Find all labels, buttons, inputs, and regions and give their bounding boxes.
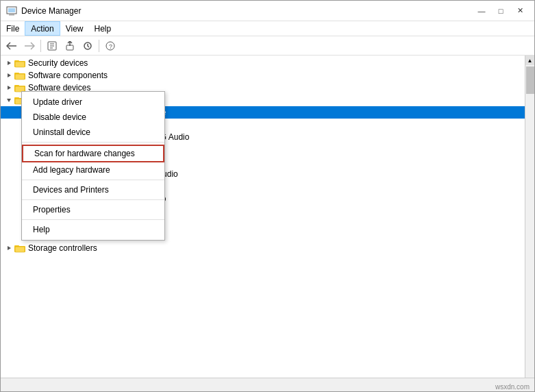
svg-rect-16 <box>15 62 25 67</box>
svg-marker-25 <box>7 99 11 102</box>
toolbar: ? <box>1 36 534 56</box>
back-button[interactable] <box>3 38 20 53</box>
svg-rect-20 <box>15 74 25 79</box>
svg-rect-2 <box>9 14 14 16</box>
action-menu-item[interactable]: Disable device <box>22 110 164 125</box>
action-dropdown-menu: Update driverDisable deviceUninstall dev… <box>21 91 165 241</box>
update-driver-button[interactable] <box>62 38 78 53</box>
maximize-button[interactable]: □ <box>492 4 510 18</box>
tree-item[interactable]: Software components <box>1 69 525 82</box>
close-button[interactable]: ✕ <box>511 4 529 18</box>
svg-marker-84 <box>8 246 11 250</box>
help-toolbar-button[interactable]: ? <box>102 38 119 53</box>
vertical-scrollbar[interactable]: ▲ <box>525 56 534 378</box>
tree-toggle-icon[interactable] <box>3 95 14 106</box>
action-menu-item[interactable]: Help <box>22 222 164 237</box>
menu-file[interactable]: File <box>1 21 25 36</box>
watermark: wsxdn.com <box>495 383 530 391</box>
menu-help[interactable]: Help <box>89 21 117 36</box>
toolbar-sep-1 <box>40 40 41 52</box>
tree-toggle-icon[interactable] <box>3 243 14 254</box>
tree-item[interactable]: Storage controllers <box>1 242 525 254</box>
action-menu-item[interactable]: Update driver <box>22 95 164 110</box>
action-menu-item[interactable]: Devices and Printers <box>22 182 164 197</box>
minimize-button[interactable]: — <box>473 4 490 18</box>
toolbar-sep-2 <box>99 40 99 52</box>
dropdown-separator <box>22 199 164 200</box>
scan-hardware-button[interactable] <box>79 38 96 53</box>
forward-button[interactable] <box>21 38 38 53</box>
dropdown-separator <box>22 142 164 143</box>
svg-rect-87 <box>15 247 25 252</box>
action-menu-item[interactable]: Uninstall device <box>22 125 164 140</box>
tree-item[interactable]: Security devices <box>1 57 525 69</box>
action-menu-item[interactable]: Add legacy hardware <box>22 162 164 177</box>
tree-item-label: Software components <box>28 71 108 80</box>
title-buttons: — □ ✕ <box>473 4 529 18</box>
svg-marker-13 <box>8 61 11 65</box>
device-manager-window: Device Manager — □ ✕ File Action View He… <box>0 0 535 392</box>
content-area: Security devices Software components Sof… <box>1 56 534 378</box>
scroll-thumb[interactable] <box>526 66 534 94</box>
svg-marker-21 <box>8 86 11 90</box>
svg-rect-1 <box>8 8 15 12</box>
menu-view[interactable]: View <box>60 21 89 36</box>
status-bar: wsxdn.com <box>1 378 534 391</box>
properties-button[interactable] <box>44 38 60 53</box>
dropdown-separator <box>22 219 164 220</box>
window-icon <box>6 5 17 16</box>
action-menu-item[interactable]: Scan for hardware changes <box>22 145 164 162</box>
tree-toggle-icon[interactable] <box>3 70 14 81</box>
dropdown-separator <box>22 180 164 180</box>
menu-bar: File Action View Help <box>1 21 534 36</box>
title-bar: Device Manager — □ ✕ <box>1 1 534 21</box>
action-menu-item[interactable]: Properties <box>22 202 164 217</box>
svg-rect-9 <box>66 45 73 50</box>
device-category-icon <box>14 70 25 81</box>
device-category-icon <box>14 58 25 69</box>
tree-toggle-icon[interactable] <box>3 82 14 93</box>
tree-toggle-icon[interactable] <box>3 58 14 69</box>
svg-marker-17 <box>8 73 11 77</box>
tree-item-label: Storage controllers <box>28 243 97 253</box>
window-title: Device Manager <box>21 6 473 16</box>
device-category-icon <box>14 243 25 254</box>
scroll-up-arrow[interactable]: ▲ <box>525 56 535 65</box>
menu-action[interactable]: Action <box>25 21 60 36</box>
svg-text:?: ? <box>109 43 112 50</box>
tree-item-label: Security devices <box>28 58 88 68</box>
